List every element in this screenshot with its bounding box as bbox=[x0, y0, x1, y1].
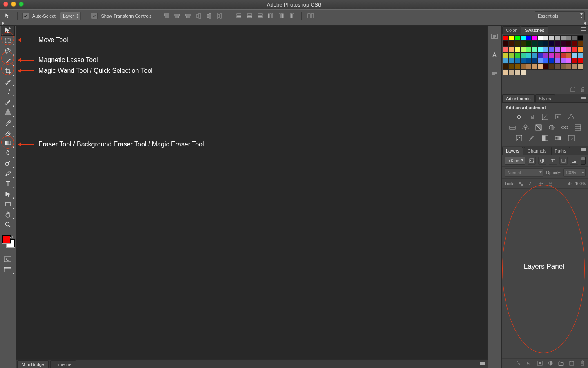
swatch[interactable] bbox=[566, 64, 572, 70]
adjustment-channelmixer-icon[interactable] bbox=[561, 124, 569, 131]
close-button[interactable] bbox=[3, 2, 8, 7]
swatch[interactable] bbox=[560, 35, 566, 41]
swatch[interactable] bbox=[543, 58, 549, 64]
swatch[interactable] bbox=[532, 41, 537, 47]
tool-lasso[interactable] bbox=[1, 46, 15, 56]
swatch[interactable] bbox=[577, 47, 583, 52]
tab-paths[interactable]: Paths bbox=[551, 147, 570, 155]
swatch[interactable] bbox=[566, 52, 572, 58]
tab-mini-bridge[interactable]: Mini Bridge bbox=[17, 360, 49, 368]
swatch[interactable] bbox=[566, 41, 572, 47]
swatch[interactable] bbox=[560, 58, 566, 64]
swatch[interactable] bbox=[537, 41, 543, 47]
new-adjustment-layer-icon[interactable] bbox=[547, 360, 554, 366]
delete-layer-icon[interactable] bbox=[579, 360, 586, 366]
align-top-button[interactable] bbox=[162, 11, 171, 20]
tool-eyedropper[interactable] bbox=[1, 76, 15, 87]
layer-fx-icon[interactable]: fx bbox=[526, 360, 532, 366]
swatch[interactable] bbox=[555, 41, 560, 47]
swatch[interactable] bbox=[503, 41, 509, 47]
swatch[interactable] bbox=[555, 52, 560, 58]
dist-right-button[interactable] bbox=[287, 11, 296, 20]
filter-type-icon[interactable] bbox=[549, 157, 557, 165]
swap-colors-icon[interactable]: ⇄ bbox=[10, 235, 13, 239]
dist-hcenter-button[interactable] bbox=[277, 11, 286, 20]
align-bottom-button[interactable] bbox=[183, 11, 192, 20]
swatch[interactable] bbox=[526, 41, 532, 47]
layers-list[interactable] bbox=[502, 189, 588, 358]
auto-select-checkbox[interactable] bbox=[22, 13, 29, 19]
swatch[interactable] bbox=[514, 64, 520, 70]
filter-adjustment-icon[interactable] bbox=[538, 157, 546, 165]
adjustment-brightness-icon[interactable] bbox=[515, 113, 523, 121]
swatch[interactable] bbox=[509, 41, 514, 47]
adjustment-invert-icon[interactable] bbox=[515, 135, 523, 142]
layer-filter-kind-dropdown[interactable]: ρ Kind bbox=[505, 157, 525, 165]
tool-eraser[interactable] bbox=[1, 128, 15, 138]
lock-position-icon[interactable] bbox=[537, 180, 544, 187]
adjustment-curves-icon[interactable] bbox=[541, 113, 549, 121]
swatch[interactable] bbox=[503, 35, 509, 41]
adjustment-hue-icon[interactable] bbox=[508, 124, 517, 131]
swatch[interactable] bbox=[572, 64, 577, 70]
swatch[interactable] bbox=[520, 47, 526, 52]
swatch[interactable] bbox=[560, 41, 566, 47]
swatch[interactable] bbox=[509, 52, 514, 58]
align-hcenter-button[interactable] bbox=[205, 11, 214, 20]
tool-pen[interactable] bbox=[1, 168, 15, 179]
swatch[interactable] bbox=[520, 35, 526, 41]
swatch[interactable] bbox=[543, 52, 549, 58]
swatch[interactable] bbox=[526, 64, 532, 70]
swatch[interactable] bbox=[509, 35, 514, 41]
swatch[interactable] bbox=[509, 70, 514, 75]
opacity-value[interactable]: 100% bbox=[564, 168, 586, 177]
auto-select-target-dropdown[interactable]: Layer bbox=[60, 12, 81, 20]
tab-layers[interactable]: Layers bbox=[502, 147, 523, 155]
swatch[interactable] bbox=[549, 41, 555, 47]
filter-toggle[interactable] bbox=[581, 157, 586, 165]
adjustment-posterize-icon[interactable] bbox=[528, 135, 536, 142]
align-right-button[interactable] bbox=[215, 11, 224, 20]
blend-mode-dropdown[interactable]: Normal bbox=[505, 168, 543, 177]
swatch[interactable] bbox=[549, 58, 555, 64]
tool-hand[interactable] bbox=[1, 209, 15, 220]
new-group-icon[interactable] bbox=[558, 360, 564, 366]
swatch[interactable] bbox=[509, 47, 514, 52]
tool-shape[interactable] bbox=[1, 199, 15, 209]
new-swatch-icon[interactable] bbox=[570, 87, 576, 92]
swatch[interactable] bbox=[560, 52, 566, 58]
adjustment-colorlookup-icon[interactable] bbox=[574, 124, 582, 131]
tool-type[interactable] bbox=[1, 179, 15, 189]
swatch[interactable] bbox=[520, 64, 526, 70]
layer-mask-icon[interactable] bbox=[537, 360, 543, 366]
swatch[interactable] bbox=[577, 35, 583, 41]
swatch[interactable] bbox=[509, 64, 514, 70]
swatch[interactable] bbox=[555, 35, 560, 41]
swatch[interactable] bbox=[555, 64, 560, 70]
delete-swatch-icon[interactable] bbox=[580, 87, 586, 92]
tool-dodge[interactable] bbox=[1, 158, 15, 168]
align-left-button[interactable] bbox=[194, 11, 203, 20]
workspace-switcher[interactable]: Essentials bbox=[535, 11, 585, 20]
minimize-button[interactable] bbox=[11, 2, 16, 7]
adjustment-colorbalance-icon[interactable] bbox=[521, 124, 530, 131]
swatch[interactable] bbox=[503, 70, 509, 75]
paragraph-panel-icon[interactable] bbox=[489, 69, 500, 79]
adjustment-vibrance-icon[interactable] bbox=[567, 113, 575, 121]
swatch[interactable] bbox=[566, 35, 572, 41]
swatch[interactable] bbox=[532, 35, 537, 41]
tab-timeline[interactable]: Timeline bbox=[50, 360, 76, 368]
adjustment-photofilter-icon[interactable] bbox=[548, 124, 556, 131]
lock-image-icon[interactable] bbox=[528, 180, 534, 187]
swatch[interactable] bbox=[560, 47, 566, 52]
swatch[interactable] bbox=[526, 58, 532, 64]
lock-all-icon[interactable] bbox=[547, 180, 554, 187]
swatch[interactable] bbox=[520, 70, 526, 75]
swatch[interactable] bbox=[537, 35, 543, 41]
swatches-panel-menu[interactable] bbox=[581, 27, 586, 31]
link-layers-icon[interactable] bbox=[515, 360, 522, 366]
tab-channels[interactable]: Channels bbox=[524, 147, 550, 155]
adjustment-exposure-icon[interactable] bbox=[554, 113, 562, 121]
swatch[interactable] bbox=[503, 52, 509, 58]
panels-collapse-arrow[interactable] bbox=[502, 21, 588, 26]
